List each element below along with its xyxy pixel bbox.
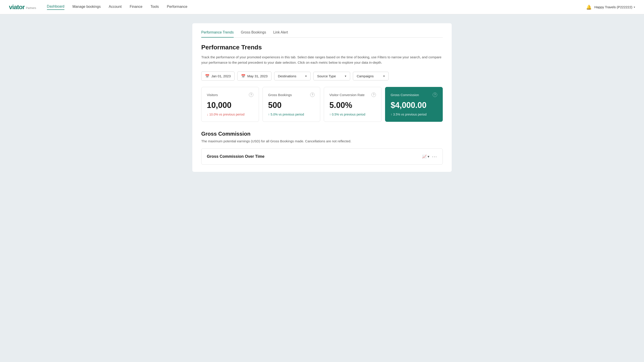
nav-link-finance[interactable]: Finance <box>130 5 142 9</box>
metric-change-gross-commission: ↑ 3.5% vs previous period <box>391 113 437 116</box>
user-menu[interactable]: Happy Travels (P222222) ▾ <box>594 5 635 9</box>
metric-header-visitors: Visitors ? <box>207 92 253 97</box>
info-icon-conversion-rate[interactable]: ? <box>372 92 376 97</box>
metric-card-visitors[interactable]: Visitors ? 10,000 ↓ 10.0% vs previous pe… <box>201 87 259 122</box>
campaigns-dropdown[interactable]: Campaigns ▾ <box>353 72 389 80</box>
nav-link-account[interactable]: Account <box>109 5 122 9</box>
chevron-down-icon: ▾ <box>305 74 307 78</box>
destinations-dropdown[interactable]: Destinations ▾ <box>274 72 311 80</box>
date-end-picker[interactable]: 📅 May 31, 2023 <box>237 71 272 81</box>
metric-change-conversion-rate: ↑ 0.5% vs previous period <box>330 113 376 116</box>
metric-value-conversion-rate: 5.00% <box>330 100 376 110</box>
arrow-up-icon: ↑ <box>330 113 331 116</box>
chart-type-button[interactable]: 📈 ▾ <box>422 154 429 159</box>
arrow-up-icon: ↑ <box>268 113 270 116</box>
metric-name-gross-commission: Gross Commission <box>391 93 419 97</box>
metric-change-text-conversion-rate: 0.5% vs previous period <box>332 113 365 116</box>
metric-value-gross-commission: $4,000.00 <box>391 100 437 110</box>
campaigns-label: Campaigns <box>357 74 374 78</box>
tab-link-alert[interactable]: Link Alert <box>273 30 288 37</box>
tab-bar: Performance Trends Gross Bookings Link A… <box>201 30 443 37</box>
metric-change-gross-bookings: ↑ 5.0% vs previous period <box>268 113 314 116</box>
user-label: Happy Travels (P222222) <box>594 5 632 9</box>
page-description: Track the performance of your promoted e… <box>201 54 443 65</box>
calendar-icon-end: 📅 <box>241 74 246 78</box>
tab-gross-bookings[interactable]: Gross Bookings <box>241 30 266 37</box>
chart-card: Gross Commission Over Time 📈 ▾ ··· <box>201 148 443 165</box>
metrics-grid: Visitors ? 10,000 ↓ 10.0% vs previous pe… <box>201 87 443 122</box>
logo-partners: Partners <box>26 6 36 9</box>
metric-header-gross-commission: Gross Commission ? <box>391 92 437 97</box>
date-start-value: Jan 01, 2023 <box>211 74 231 78</box>
nav-right: 🔔 Happy Travels (P222222) ▾ <box>586 4 635 10</box>
metric-card-conversion-rate[interactable]: Visitor Conversion Rate ? 5.00% ↑ 0.5% v… <box>324 87 382 122</box>
nav-link-dashboard[interactable]: Dashboard <box>47 4 64 10</box>
metric-card-gross-commission[interactable]: Gross Commission ? $4,000.00 ↑ 3.5% vs p… <box>385 87 443 122</box>
metric-value-visitors: 10,000 <box>207 100 253 110</box>
metric-name-visitors: Visitors <box>207 93 218 97</box>
metric-value-gross-bookings: 500 <box>268 100 314 110</box>
chevron-down-icon: ▾ <box>634 5 635 9</box>
metric-name-conversion-rate: Visitor Conversion Rate <box>330 93 364 97</box>
content-card: Performance Trends Gross Bookings Link A… <box>192 23 452 172</box>
commission-section-description: The maximum potential earnings (USD) for… <box>201 139 443 143</box>
metric-header-conversion-rate: Visitor Conversion Rate ? <box>330 92 376 97</box>
arrow-down-icon: ↓ <box>207 113 208 116</box>
metric-change-text-gross-commission: 3.5% vs previous period <box>393 113 426 116</box>
source-type-label: Source Type <box>317 74 336 78</box>
chart-actions: 📈 ▾ ··· <box>422 154 437 159</box>
nav-links: Dashboard Manage bookings Account Financ… <box>47 4 586 10</box>
logo[interactable]: viator Partners <box>9 3 36 11</box>
filters-row: 📅 Jan 01, 2023 📅 May 31, 2023 Destinatio… <box>201 71 443 81</box>
metric-name-gross-bookings: Gross Bookings <box>268 93 292 97</box>
metric-change-visitors: ↓ 10.0% vs previous period <box>207 113 253 116</box>
chart-title: Gross Commission Over Time <box>207 154 264 159</box>
bell-icon[interactable]: 🔔 <box>586 4 592 10</box>
date-end-value: May 31, 2023 <box>247 74 268 78</box>
arrow-up-icon: ↑ <box>391 113 392 116</box>
nav-link-manage-bookings[interactable]: Manage bookings <box>72 5 100 9</box>
source-type-dropdown[interactable]: Source Type ▾ <box>313 72 350 80</box>
nav-link-performance[interactable]: Performance <box>167 5 188 9</box>
commission-section-title: Gross Commission <box>201 131 443 137</box>
info-icon-visitors[interactable]: ? <box>249 92 253 97</box>
nav-link-tools[interactable]: Tools <box>150 5 159 9</box>
info-icon-gross-commission[interactable]: ? <box>433 92 437 97</box>
calendar-icon-start: 📅 <box>205 74 210 78</box>
metric-change-text-gross-bookings: 5.0% vs previous period <box>270 113 304 116</box>
metric-header-gross-bookings: Gross Bookings ? <box>268 92 314 97</box>
chart-header: Gross Commission Over Time 📈 ▾ ··· <box>207 154 437 159</box>
date-start-picker[interactable]: 📅 Jan 01, 2023 <box>201 71 234 81</box>
metric-change-text-visitors: 10.0% vs previous period <box>209 113 244 116</box>
metric-card-gross-bookings[interactable]: Gross Bookings ? 500 ↑ 5.0% vs previous … <box>262 87 320 122</box>
destinations-label: Destinations <box>278 74 296 78</box>
page-title: Performance Trends <box>201 44 443 51</box>
chart-line-icon: 📈 <box>422 154 427 159</box>
main-content: Performance Trends Gross Bookings Link A… <box>188 14 456 185</box>
logo-text: viator <box>9 3 24 11</box>
chevron-down-icon: ▾ <box>383 74 385 78</box>
info-icon-gross-bookings[interactable]: ? <box>310 92 314 97</box>
chevron-down-icon: ▾ <box>428 154 429 159</box>
navigation: viator Partners Dashboard Manage booking… <box>0 0 644 14</box>
more-options-button[interactable]: ··· <box>432 154 437 159</box>
tab-performance-trends[interactable]: Performance Trends <box>201 30 234 37</box>
chevron-down-icon: ▾ <box>345 74 346 78</box>
